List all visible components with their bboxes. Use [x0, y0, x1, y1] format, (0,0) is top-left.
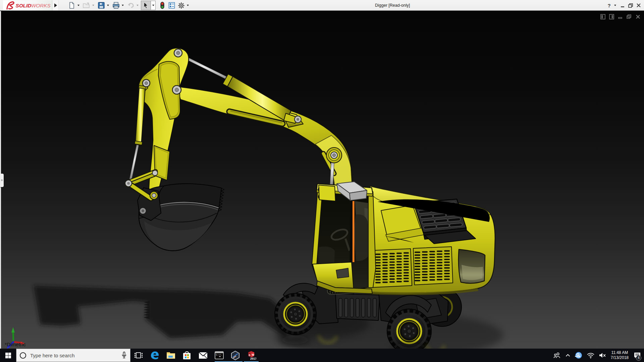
- help-button[interactable]: ?: [605, 1, 613, 10]
- file-explorer-icon[interactable]: [163, 349, 179, 362]
- solidworks-logo: SOLID WORKS: [3, 0, 52, 10]
- doc-restore-button[interactable]: [626, 14, 632, 19]
- doc-pane-left-button[interactable]: [600, 14, 606, 19]
- cortana-icon: [20, 352, 26, 359]
- signin-icon[interactable]: [573, 349, 585, 362]
- undo-button[interactable]: [126, 1, 135, 10]
- print-button[interactable]: [112, 1, 120, 10]
- new-document-button[interactable]: [67, 1, 76, 10]
- select-tool-button[interactable]: [141, 1, 151, 10]
- feature-pane-tab[interactable]: [0, 174, 4, 187]
- tray-time: 11:48 AM: [611, 350, 629, 355]
- app-restore-button[interactable]: [627, 1, 635, 10]
- doc-pane-right-button[interactable]: [609, 14, 614, 19]
- wifi-icon[interactable]: [585, 349, 597, 362]
- menu-flyout-button[interactable]: [53, 0, 59, 10]
- microphone-icon[interactable]: [121, 352, 127, 361]
- select-tool-caret[interactable]: [151, 1, 156, 10]
- start-button[interactable]: [0, 349, 16, 362]
- edge-icon[interactable]: [147, 349, 163, 362]
- taskbar-search-input[interactable]: Type here to search: [16, 349, 130, 362]
- volume-muted-icon[interactable]: [597, 349, 609, 362]
- excavator-model[interactable]: [0, 11, 644, 349]
- svg-text:2017: 2017: [250, 357, 256, 360]
- save-button[interactable]: [97, 1, 106, 10]
- new-document-caret[interactable]: [76, 1, 80, 10]
- viewport-3d[interactable]: *Dimetric: [0, 11, 644, 349]
- report-button[interactable]: [167, 1, 176, 10]
- svg-text:W: W: [252, 353, 255, 356]
- open-button[interactable]: [82, 1, 91, 10]
- doc-minimize-button[interactable]: [618, 14, 623, 19]
- solidworks-2017-icon[interactable]: S W 2017: [243, 349, 259, 362]
- ds-logo-glyph: [7, 2, 14, 9]
- app-close-button[interactable]: [635, 1, 643, 10]
- options-caret[interactable]: [186, 1, 190, 10]
- open-caret[interactable]: [91, 1, 95, 10]
- cmd-running-underline: [214, 349, 230, 362]
- front-wheel: [275, 293, 316, 335]
- feature-pane-tab-dot: [1, 179, 3, 181]
- task-view-button[interactable]: [130, 349, 147, 362]
- document-window-controls: [600, 14, 641, 19]
- notification-badge: 4: [636, 355, 641, 361]
- cab-door-edge-stripe: [353, 201, 355, 262]
- view-orientation-label: *Dimetric: [5, 342, 26, 348]
- mail-icon[interactable]: [195, 349, 211, 362]
- tray-date: 7/13/2018: [611, 355, 629, 360]
- print-caret[interactable]: [121, 1, 125, 10]
- brand-works: WORKS: [31, 3, 51, 8]
- search-placeholder: Type here to search: [30, 353, 75, 358]
- app-minimize-button[interactable]: [619, 1, 627, 10]
- system-tray: 11:48 AM 7/13/2018 4: [551, 349, 644, 362]
- taskbar: Type here to search: [0, 349, 644, 362]
- tray-clock[interactable]: 11:48 AM 7/13/2018: [609, 350, 631, 360]
- brand-solid: SOLID: [16, 3, 32, 8]
- app-titlebar: SOLID WORKS: [0, 0, 644, 11]
- doc-close-button[interactable]: [635, 14, 641, 19]
- svg-text:S: S: [249, 354, 251, 357]
- undo-caret[interactable]: [136, 1, 140, 10]
- options-button[interactable]: [177, 1, 185, 10]
- cab: [312, 182, 376, 294]
- store-icon[interactable]: [179, 349, 195, 362]
- rear-wheel: [387, 309, 431, 349]
- hidden-icons-chevron[interactable]: [563, 349, 573, 362]
- screen: SOLID WORKS: [0, 0, 644, 362]
- help-caret[interactable]: [613, 1, 617, 10]
- people-icon[interactable]: [551, 349, 563, 362]
- window-title: Digger [Read-only]: [375, 0, 410, 11]
- save-caret[interactable]: [106, 1, 110, 10]
- action-center-button[interactable]: 4: [631, 349, 644, 362]
- view-settings-button[interactable]: [158, 1, 167, 10]
